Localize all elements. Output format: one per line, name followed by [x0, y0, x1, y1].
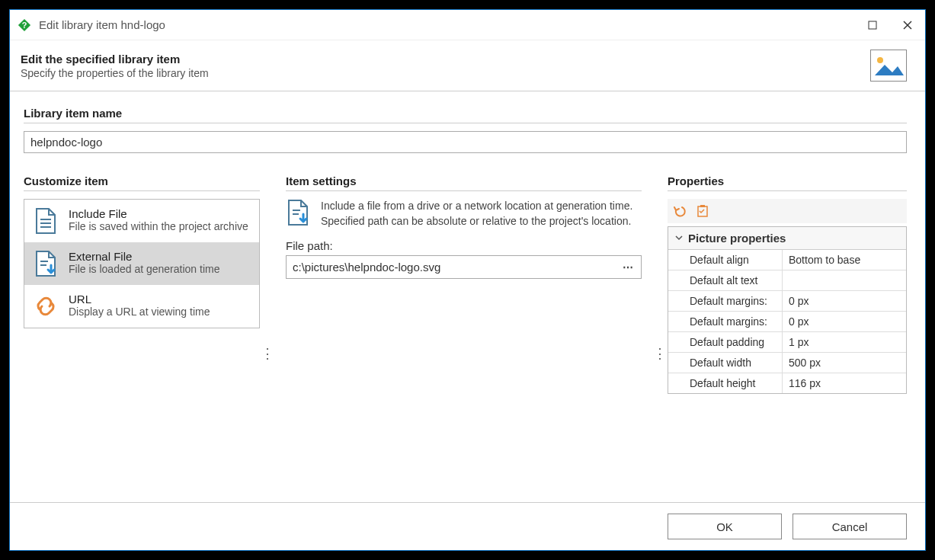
property-row[interactable]: Default width 500 px — [668, 353, 906, 373]
customize-item-title: URL — [69, 293, 210, 306]
property-key: Default margins: — [668, 312, 783, 331]
customize-item-desc: File is loaded at generation time — [69, 263, 219, 275]
file-arrow-icon — [34, 250, 58, 277]
cancel-button[interactable]: Cancel — [793, 514, 907, 539]
chevron-down-icon — [674, 232, 688, 245]
property-row[interactable]: Default padding 1 px — [668, 332, 906, 353]
property-row[interactable]: Default alt text — [668, 270, 906, 291]
titlebar: ? Edit library item hnd-logo — [10, 10, 925, 40]
picture-icon — [870, 50, 907, 82]
close-icon — [903, 21, 912, 30]
properties-toolbar — [668, 199, 907, 223]
customize-item-external-file[interactable]: External File File is loaded at generati… — [24, 242, 259, 285]
filepath-input[interactable] — [287, 256, 615, 278]
property-value — [783, 270, 906, 290]
link-icon — [34, 293, 58, 320]
property-value: 0 px — [783, 312, 906, 331]
settings-splitter-handle[interactable]: ⋮ — [652, 213, 668, 494]
filepath-browse-button[interactable]: ⋯ — [615, 261, 641, 274]
customize-item-include-file[interactable]: Include File File is saved within the pr… — [24, 200, 259, 242]
dialog-window: ? Edit library item hnd-logo Edit the sp… — [9, 9, 926, 551]
window-title: Edit library item hnd-logo — [39, 18, 855, 31]
properties-group-title: Picture properties — [688, 232, 786, 245]
property-value: 116 px — [783, 373, 906, 393]
settings-column: Item settings Include a file from a driv… — [275, 174, 652, 494]
header-title: Edit the specified library item — [21, 53, 870, 66]
property-key: Default align — [668, 250, 783, 270]
property-key: Default height — [668, 373, 783, 393]
properties-group-header[interactable]: Picture properties — [668, 227, 906, 250]
maximize-button[interactable] — [855, 10, 890, 40]
property-key: Default width — [668, 353, 783, 373]
properties-label: Properties — [668, 174, 907, 191]
customize-list: Include File File is saved within the pr… — [24, 199, 260, 328]
filepath-field: ⋯ — [286, 255, 642, 279]
property-value: 500 px — [783, 353, 906, 373]
settings-label: Item settings — [286, 174, 642, 191]
file-icon — [34, 207, 58, 235]
svg-rect-2 — [869, 21, 876, 29]
dialog-body: Library item name Customize item — [10, 91, 925, 502]
customize-column: Customize item Include File File is s — [24, 174, 260, 494]
settings-description: Include a file from a drive or a network… — [321, 199, 642, 229]
filepath-label: File path: — [286, 239, 642, 252]
property-value: 0 px — [783, 291, 906, 311]
undo-icon — [673, 204, 687, 218]
property-row[interactable]: Default align Bottom to base — [668, 250, 906, 270]
properties-column: Properties — [668, 174, 907, 494]
dialog-footer: OK Cancel — [10, 502, 925, 550]
header-subtitle: Specify the properties of the library it… — [21, 67, 870, 79]
close-button[interactable] — [890, 10, 925, 40]
property-row[interactable]: Default height 116 px — [668, 373, 906, 393]
svg-rect-16 — [700, 205, 705, 207]
property-key: Default margins: — [668, 291, 783, 311]
ok-button[interactable]: OK — [668, 514, 782, 539]
property-row[interactable]: Default margins: 0 px — [668, 291, 906, 312]
dialog-header: Edit the specified library item Specify … — [10, 40, 925, 91]
checklist-button[interactable] — [693, 202, 712, 220]
svg-point-6 — [877, 57, 883, 63]
customize-item-title: Include File — [69, 207, 248, 220]
name-section-label: Library item name — [24, 107, 907, 123]
property-value: Bottom to base — [783, 250, 906, 270]
customize-item-title: External File — [69, 250, 219, 263]
customize-splitter-handle[interactable]: ⋮ — [260, 213, 275, 494]
property-value: 1 px — [783, 332, 906, 352]
svg-text:?: ? — [22, 20, 27, 29]
property-key: Default padding — [668, 332, 783, 352]
customize-item-desc: File is saved within the project archive — [69, 220, 248, 232]
checklist-icon — [696, 204, 709, 218]
customize-label: Customize item — [24, 174, 260, 191]
properties-grid: Picture properties Default align Bottom … — [668, 226, 907, 394]
file-arrow-icon — [286, 199, 310, 226]
item-name-input[interactable] — [24, 131, 907, 153]
app-icon: ? — [18, 18, 31, 32]
customize-item-url[interactable]: URL Display a URL at viewing time — [24, 285, 259, 328]
property-key: Default alt text — [668, 270, 783, 290]
customize-item-desc: Display a URL at viewing time — [69, 306, 210, 318]
maximize-icon — [868, 21, 877, 30]
property-row[interactable]: Default margins: 0 px — [668, 312, 906, 332]
undo-button[interactable] — [671, 202, 689, 220]
